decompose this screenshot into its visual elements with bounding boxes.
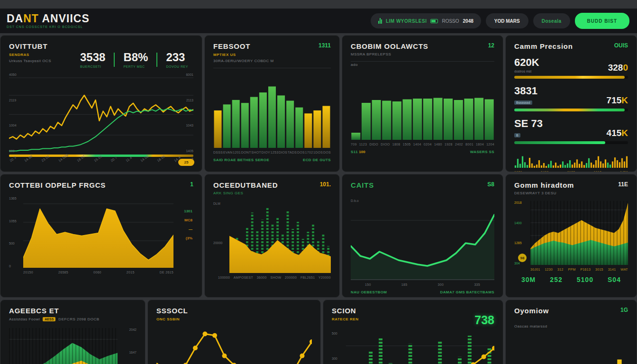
kpi-right: 715K bbox=[607, 95, 628, 106]
panel-desc: MSSRA BPRELEPSS bbox=[351, 52, 494, 56]
caits-chart-area bbox=[351, 209, 494, 280]
panel-desc: 30RA-0ERU/WOERY COBDC M bbox=[213, 59, 331, 63]
kpi-badge: B bbox=[514, 133, 520, 137]
kpi-row: 3831Bssssssd 715K bbox=[514, 85, 628, 106]
panel-title: SSSOCL bbox=[156, 307, 188, 315]
kpi-value: SE 73 bbox=[514, 118, 543, 130]
summary-numbers: 30M2525100S04 bbox=[514, 276, 628, 283]
scion-chart-area: 50030015000 bbox=[332, 332, 494, 364]
oyomiow-chart-area bbox=[514, 336, 628, 364]
panel-value: S8 bbox=[487, 181, 494, 188]
panel-ageebcs: AGEEBCS ET Assistdas Foowl AESS DEFCRS 2… bbox=[0, 300, 146, 364]
kpi-sub: dostros mst bbox=[514, 70, 539, 73]
panel-cottebi: COTTEBI ODPELP FRGCS 1 136510555000 1301… bbox=[0, 174, 202, 298]
kpi-value: 620K bbox=[514, 56, 539, 69]
panel-value: 1G bbox=[620, 307, 628, 313]
caits-line-chart bbox=[351, 209, 494, 280]
progress-track bbox=[514, 76, 628, 79]
sssocl-chart-area bbox=[156, 326, 312, 364]
cottebi-area-chart bbox=[23, 197, 173, 268]
divider bbox=[351, 61, 494, 62]
scion-combo-chart bbox=[346, 332, 494, 364]
chart-badge[interactable]: 25 bbox=[178, 159, 194, 166]
panel-title: AGEEBCS ET bbox=[9, 307, 59, 315]
cbobim-bar-chart bbox=[351, 69, 494, 140]
panel-subtitle: ONC SSBIN bbox=[156, 317, 312, 321]
value-badge: 98 bbox=[518, 254, 527, 262]
footer-left: NAU OEBESTBOM bbox=[351, 290, 387, 294]
sub-text: Assistdas Foowl bbox=[9, 317, 40, 321]
panel-title: Oyomiow bbox=[514, 307, 549, 315]
panel-footer: NAU OEBESTBOM DAMA7 GMS BATECTBAMS bbox=[351, 290, 494, 294]
panel-title: COTTEBI ODPELP FRGCS bbox=[9, 181, 106, 189]
panel-subtitle: ARK SING GES bbox=[213, 191, 331, 195]
corner-label: D.b.o bbox=[351, 199, 359, 202]
sparkline-chart bbox=[514, 148, 628, 168]
divider bbox=[213, 68, 331, 68]
logo-tagline: DST CNS COSSCSTE KRI O BCDGICSL bbox=[7, 25, 90, 28]
ageebcs-stacked-chart bbox=[9, 328, 118, 364]
panel-caits: CAITS S8 D.b.o 150185300335 NAU OEBESTBO… bbox=[342, 174, 503, 298]
stat-item: 233 DOVOU REY bbox=[166, 51, 188, 68]
right-labels: 1301 MC8 — (3% bbox=[184, 209, 192, 240]
topbar-actions: LIM WYORSLESI ROSSO 2048 YOD MARS Doseal… bbox=[371, 13, 629, 29]
overview-line-chart bbox=[9, 73, 193, 153]
panel-oyomiow: Oyomiow 1G Oascas matarssd bbox=[505, 300, 637, 364]
menu-pill-doseala[interactable]: Doseala bbox=[533, 13, 570, 28]
x-axis-labels: 150185300335 bbox=[351, 283, 494, 286]
oceedut-chart-area: DLM20000 bbox=[213, 202, 331, 273]
panel-sssocl: SSSOCL ONC SSBIN bbox=[147, 300, 321, 364]
oyomiow-bar-chart bbox=[514, 336, 628, 364]
battery-icon bbox=[430, 19, 438, 23]
signal-icon bbox=[378, 18, 382, 24]
panel-value: OUIS bbox=[614, 42, 628, 49]
kpi-right: 415K bbox=[607, 128, 628, 138]
panel-value: 101. bbox=[320, 181, 331, 188]
footer-left: S11 100 bbox=[351, 150, 365, 154]
progress-track bbox=[514, 109, 628, 111]
kpi-value: 3831 bbox=[514, 85, 537, 97]
panel-title: Camm Precsion bbox=[514, 42, 573, 50]
stat-item: 3538 BUERCSETI bbox=[80, 51, 105, 68]
sub-text: DEFCRS 2098 DOCB bbox=[58, 317, 99, 321]
panel-value: 12 bbox=[488, 42, 494, 49]
primary-action-button[interactable]: BUDD BIST bbox=[575, 13, 629, 29]
panel-title: Gomm hiradtom bbox=[514, 181, 574, 189]
y-axis-left: DLM20000 bbox=[213, 202, 222, 245]
panel-overview: OVITTUBT SENDRAS Urkuss Tsavpssil OCS 35… bbox=[0, 35, 202, 172]
status-value-gray: ROSSO bbox=[442, 18, 459, 24]
panel-oceedut: OCEEDUTBANED 101. ARK SING GES DLM20000 … bbox=[204, 174, 340, 298]
panel-desc: Oascas matarssd bbox=[514, 324, 628, 328]
x-axis-labels: DSSSEVAN1201DONTSHOTDIOY1253DIOSTADSDOS1… bbox=[213, 151, 331, 154]
kpi-right: 3280 bbox=[608, 63, 628, 73]
gomm-chart-area: 201814001285304 98 bbox=[514, 201, 628, 265]
sparkline-area bbox=[514, 148, 628, 168]
panel-title: CBOBIM OOLAWCTS bbox=[351, 42, 428, 50]
x-axis-labels: 7091123DIDODIOO1808150514040204148019282… bbox=[351, 143, 494, 146]
progress-fill-yellow bbox=[514, 76, 625, 79]
yellow-badge: AESS bbox=[43, 317, 55, 321]
panel-cbobim: CBOBIM OOLAWCTS 12 MSSRA BPRELEPSS ado 7… bbox=[342, 35, 503, 172]
panel-footer: S11 100 WASERS SS bbox=[351, 150, 494, 154]
panel-subtitle: RATECE REN bbox=[332, 317, 358, 321]
menu-pill-marks[interactable]: YOD MARS bbox=[486, 13, 528, 28]
y-axis-left: 50030015000 bbox=[332, 332, 337, 364]
panel-scion: SCION RATECE REN 738 50030015000 bbox=[323, 300, 503, 364]
status-value: 2048 bbox=[463, 18, 473, 24]
x-axis-labels: 19360400612819121456 bbox=[514, 171, 628, 172]
footer-right: WASERS SS bbox=[470, 150, 494, 154]
cbobim-chart-area bbox=[351, 69, 494, 140]
x-axis-labels: 100000AMPOSEST36000SHOW200000FBL2651Y200… bbox=[213, 276, 331, 279]
logo-text: DANT ANVIICS bbox=[7, 13, 90, 24]
panel-precision: Camm Precsion OUIS 620Kdostros mst 3280 … bbox=[505, 35, 637, 172]
stat-item: B8% PERTY MSC bbox=[123, 51, 148, 68]
kpi-row: 620Kdostros mst 3280 bbox=[514, 56, 628, 73]
panel-title: OVITTUBT bbox=[9, 42, 47, 50]
status-pill[interactable]: LIM WYORSLESI ROSSO 2048 bbox=[371, 13, 481, 28]
divider-label: ado bbox=[351, 63, 494, 67]
stat-divider bbox=[156, 53, 157, 67]
progress-fill-green bbox=[514, 141, 605, 144]
footer-right: ECD DE GUTS bbox=[303, 158, 331, 162]
stat-divider bbox=[114, 53, 115, 67]
panel-subtitle-row: Assistdas Foowl AESS DEFCRS 2098 DOCB bbox=[9, 317, 136, 321]
